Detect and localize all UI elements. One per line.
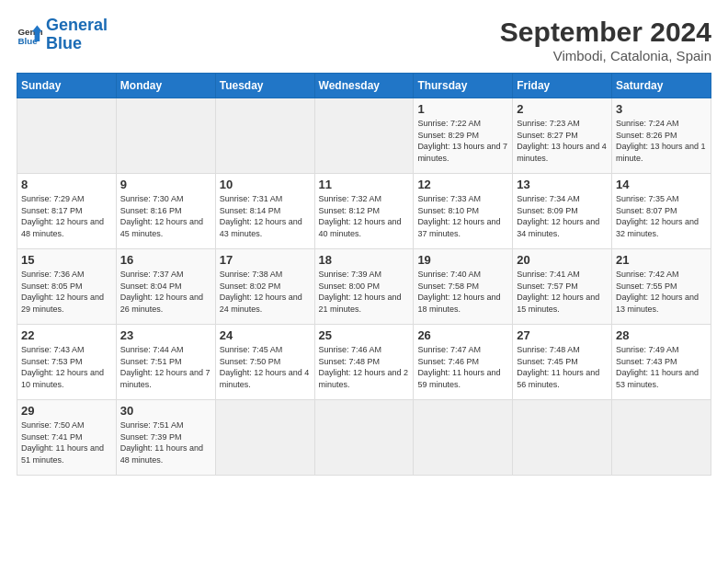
day-number: 21 [616, 253, 707, 267]
day-detail: Sunrise: 7:47 AMSunset: 7:46 PMDaylight:… [417, 345, 500, 389]
day-number: 10 [220, 178, 311, 191]
day-detail: Sunrise: 7:41 AMSunset: 7:57 PMDaylight:… [517, 270, 599, 314]
day-number: 15 [21, 253, 112, 267]
day-number: 19 [417, 253, 508, 267]
day-detail: Sunrise: 7:22 AMSunset: 8:29 PMDaylight:… [417, 119, 507, 163]
day-cell-21: 21 Sunrise: 7:42 AMSunset: 7:55 PMDaylig… [612, 249, 711, 325]
day-cell-3: 3 Sunrise: 7:24 AMSunset: 8:26 PMDayligh… [612, 98, 711, 174]
day-detail: Sunrise: 7:42 AMSunset: 7:55 PMDaylight:… [616, 270, 699, 314]
day-number: 25 [319, 328, 410, 342]
day-cell-10: 10 Sunrise: 7:31 AMSunset: 8:14 PMDaylig… [215, 174, 314, 249]
header: General Blue General Blue September 2024… [17, 17, 711, 63]
day-detail: Sunrise: 7:46 AMSunset: 7:48 PMDaylight:… [319, 345, 409, 389]
day-cell-28: 28 Sunrise: 7:49 AMSunset: 7:43 PMDaylig… [612, 325, 711, 400]
day-cell-13: 13 Sunrise: 7:34 AMSunset: 8:09 PMDaylig… [513, 174, 612, 249]
day-cell-2: 2 Sunrise: 7:23 AMSunset: 8:27 PMDayligh… [513, 98, 612, 174]
logo: General Blue General Blue [17, 17, 108, 53]
day-number: 9 [120, 178, 211, 191]
logo-text: General Blue [46, 17, 108, 53]
day-number: 2 [517, 102, 608, 116]
day-cell-20: 20 Sunrise: 7:41 AMSunset: 7:57 PMDaylig… [513, 249, 612, 325]
day-detail: Sunrise: 7:36 AMSunset: 8:05 PMDaylight:… [21, 270, 104, 314]
location: Vimbodi, Catalonia, Spain [500, 48, 711, 63]
day-detail: Sunrise: 7:35 AMSunset: 8:07 PMDaylight:… [616, 194, 699, 238]
day-detail: Sunrise: 7:51 AMSunset: 7:39 PMDaylight:… [120, 420, 203, 465]
day-number: 18 [319, 253, 410, 267]
day-number: 1 [417, 102, 508, 116]
col-header-thursday: Thursday [414, 74, 513, 98]
month-title: September 2024 [500, 17, 711, 48]
empty-cell [414, 400, 513, 476]
week-row-1: 1 Sunrise: 7:22 AMSunset: 8:29 PMDayligh… [17, 98, 711, 174]
title-block: September 2024 Vimbodi, Catalonia, Spain [500, 17, 711, 63]
day-number: 26 [417, 328, 508, 342]
logo-general: General [46, 16, 108, 34]
day-cell-8: 8 Sunrise: 7:29 AMSunset: 8:17 PMDayligh… [17, 174, 117, 249]
day-detail: Sunrise: 7:40 AMSunset: 7:58 PMDaylight:… [417, 270, 500, 314]
day-cell-15: 15 Sunrise: 7:36 AMSunset: 8:05 PMDaylig… [17, 249, 117, 325]
day-cell-11: 11 Sunrise: 7:32 AMSunset: 8:12 PMDaylig… [314, 174, 414, 249]
empty-cell [215, 400, 314, 476]
day-cell-22: 22 Sunrise: 7:43 AMSunset: 7:53 PMDaylig… [17, 325, 117, 400]
empty-cell [513, 400, 612, 476]
day-detail: Sunrise: 7:34 AMSunset: 8:09 PMDaylight:… [517, 194, 599, 238]
col-header-monday: Monday [116, 74, 215, 98]
col-header-tuesday: Tuesday [215, 74, 314, 98]
day-number: 27 [517, 328, 608, 342]
day-cell-23: 23 Sunrise: 7:44 AMSunset: 7:51 PMDaylig… [116, 325, 215, 400]
day-cell-24: 24 Sunrise: 7:45 AMSunset: 7:50 PMDaylig… [215, 325, 314, 400]
page: General Blue General Blue September 2024… [0, 0, 728, 563]
empty-cell [215, 98, 314, 174]
day-number: 28 [616, 328, 707, 342]
col-header-saturday: Saturday [612, 74, 711, 98]
day-detail: Sunrise: 7:43 AMSunset: 7:53 PMDaylight:… [21, 345, 104, 389]
day-detail: Sunrise: 7:33 AMSunset: 8:10 PMDaylight:… [417, 194, 500, 238]
header-row: SundayMondayTuesdayWednesdayThursdayFrid… [17, 74, 711, 98]
day-cell-17: 17 Sunrise: 7:38 AMSunset: 8:02 PMDaylig… [215, 249, 314, 325]
day-number: 30 [120, 404, 211, 418]
week-row-4: 22 Sunrise: 7:43 AMSunset: 7:53 PMDaylig… [17, 325, 711, 400]
day-cell-9: 9 Sunrise: 7:30 AMSunset: 8:16 PMDayligh… [116, 174, 215, 249]
day-number: 11 [319, 178, 410, 191]
day-cell-14: 14 Sunrise: 7:35 AMSunset: 8:07 PMDaylig… [612, 174, 711, 249]
empty-cell [314, 400, 414, 476]
day-cell-26: 26 Sunrise: 7:47 AMSunset: 7:46 PMDaylig… [414, 325, 513, 400]
day-detail: Sunrise: 7:39 AMSunset: 8:00 PMDaylight:… [319, 270, 402, 314]
logo-blue: Blue [46, 34, 82, 52]
day-number: 12 [417, 178, 508, 191]
day-cell-29: 29 Sunrise: 7:50 AMSunset: 7:41 PMDaylig… [17, 400, 117, 476]
day-detail: Sunrise: 7:23 AMSunset: 8:27 PMDaylight:… [517, 119, 607, 163]
day-number: 23 [120, 328, 211, 342]
day-number: 29 [21, 404, 112, 418]
day-number: 20 [517, 253, 608, 267]
day-cell-18: 18 Sunrise: 7:39 AMSunset: 8:00 PMDaylig… [314, 249, 414, 325]
day-detail: Sunrise: 7:31 AMSunset: 8:14 PMDaylight:… [220, 194, 302, 238]
day-cell-12: 12 Sunrise: 7:33 AMSunset: 8:10 PMDaylig… [414, 174, 513, 249]
day-number: 16 [120, 253, 211, 267]
calendar-table: SundayMondayTuesdayWednesdayThursdayFrid… [17, 73, 711, 476]
day-detail: Sunrise: 7:32 AMSunset: 8:12 PMDaylight:… [319, 194, 402, 238]
day-cell-30: 30 Sunrise: 7:51 AMSunset: 7:39 PMDaylig… [116, 400, 215, 476]
day-detail: Sunrise: 7:50 AMSunset: 7:41 PMDaylight:… [21, 420, 104, 465]
empty-cell [314, 98, 414, 174]
day-number: 17 [220, 253, 311, 267]
day-cell-1: 1 Sunrise: 7:22 AMSunset: 8:29 PMDayligh… [414, 98, 513, 174]
col-header-wednesday: Wednesday [314, 74, 414, 98]
logo-icon: General Blue [17, 22, 42, 48]
empty-cell [612, 400, 711, 476]
day-number: 3 [616, 102, 707, 116]
day-number: 8 [21, 178, 112, 191]
week-row-3: 15 Sunrise: 7:36 AMSunset: 8:05 PMDaylig… [17, 249, 711, 325]
day-detail: Sunrise: 7:44 AMSunset: 7:51 PMDaylight:… [120, 345, 210, 389]
day-detail: Sunrise: 7:38 AMSunset: 8:02 PMDaylight:… [220, 270, 302, 314]
day-detail: Sunrise: 7:37 AMSunset: 8:04 PMDaylight:… [120, 270, 203, 314]
empty-cell [17, 98, 117, 174]
col-header-sunday: Sunday [17, 74, 117, 98]
day-number: 14 [616, 178, 707, 191]
day-number: 13 [517, 178, 608, 191]
week-row-2: 8 Sunrise: 7:29 AMSunset: 8:17 PMDayligh… [17, 174, 711, 249]
day-detail: Sunrise: 7:49 AMSunset: 7:43 PMDaylight:… [616, 345, 699, 389]
col-header-friday: Friday [513, 74, 612, 98]
day-number: 24 [220, 328, 311, 342]
day-detail: Sunrise: 7:29 AMSunset: 8:17 PMDaylight:… [21, 194, 104, 238]
